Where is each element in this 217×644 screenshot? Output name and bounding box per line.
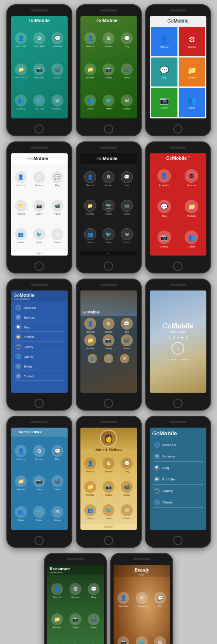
screen-dark: GoMobile ™ 👤 About Us ⚙ Services 💬 Blog: [80, 153, 137, 256]
tile-clients: 👥 Clients: [179, 225, 205, 254]
wedding-footer: amore: [80, 524, 137, 530]
corp-subtitle: Corporate Edition: [14, 298, 65, 300]
phone-row-4: ✚ Medical Office 👤 About Us ⚙ Services 💬…: [6, 416, 211, 548]
home-button[interactable]: [34, 399, 44, 408]
home-button[interactable]: [34, 262, 44, 271]
mail-icon: ✉: [51, 95, 63, 106]
screen-header: GoMobile ™: [80, 16, 137, 24]
list-item-services: ⚙ Services: [14, 313, 64, 322]
phone-red: GoMobile ™ 👤 About Us ⚙ Services 💬 Blog: [145, 141, 211, 273]
beauty-header: Beauty Salon: [114, 565, 170, 577]
medical-title: Medical Office: [19, 430, 42, 434]
list-item-services: ⚙ Services: [153, 451, 203, 462]
medical-cross-icon: ✚: [14, 429, 17, 435]
camera-icon: 📷: [33, 63, 45, 75]
app-logo: GoMobile ™: [97, 156, 121, 161]
icon-grid: 👤 ABOUT US ⚙ FEATURES 💬 JOURNAL 📁 PORTFO…: [11, 24, 68, 118]
photo-header: GoMobile: [80, 290, 137, 316]
speaker: [133, 558, 150, 560]
gear-icon: ⚙: [33, 32, 45, 44]
icon-cell-aboutus: 👤 ABOUT US: [13, 26, 29, 55]
restaurant-logo: Restaurant: [50, 566, 101, 571]
tile-blog: 💬 Blog: [151, 58, 177, 87]
wedding-header: 👩 John & Melissa: [80, 428, 137, 453]
icon-label-contact: CONTACT: [52, 107, 63, 110]
folder-icon: 📁: [15, 63, 27, 75]
icon-cell-aboutus: 👤 About Us: [82, 26, 99, 55]
splash-arrow-button[interactable]: ›: [171, 342, 184, 355]
tile-gallery: 📷 Gallery: [151, 225, 177, 254]
phone-row-3: GoMobile Corporate Edition 👤 About Us ⚙ …: [6, 279, 211, 411]
icon-cell-gallery: 📷 GALLERY: [31, 57, 48, 86]
screen-white: GoMobile ™ 👤 About Us ⚙ Services 💬 Blog: [11, 153, 68, 256]
splash-logo: GoMobile splash page: [163, 322, 193, 333]
screen-header: GoMobile ™: [80, 153, 137, 164]
icon-label-features: FEATURES: [34, 45, 45, 48]
medical-icon-grid: 👤 About Us ⚙ Services 💬 Blog 📁 Portfolio…: [11, 437, 68, 530]
beauty-subtitle: Salon: [116, 573, 168, 576]
icon-cell-portfolio: 📁 Portfolio: [82, 57, 99, 86]
home-button[interactable]: [104, 536, 113, 545]
list-item-gallery: 📷 Gallery: [153, 486, 203, 496]
list-item-aboutus: 👤 About Us: [14, 303, 64, 312]
tile-services: ⚙ Services: [179, 27, 205, 56]
screen-beauty: Beauty Salon 👤 About Us ⚙ Services 💬 Blo…: [114, 565, 170, 644]
splash-dots: [168, 336, 188, 339]
app-logo: GoMobile: [14, 293, 65, 298]
icon-cell-twitter: 🐦 TWITTER: [31, 87, 48, 117]
group-icon: 👥: [15, 95, 27, 106]
speaker: [100, 284, 117, 286]
screen-header: GoMobile: [150, 16, 206, 26]
list-menu: 👤 About Us ⚙ Services 💬 Blog 📁 Portfolio…: [11, 302, 68, 393]
icon-cell-gallery: 📷 Gallery: [100, 57, 117, 86]
restaurant-grid: 👤 About Us ⚙ Services 💬 Blog 📁 Portfolio…: [47, 575, 104, 644]
screen-gomobile-teal: GoMobile 👤 About Us ⚙ Services 💬 Blog 📁: [150, 428, 206, 530]
twitter-icon: 🐦: [33, 95, 45, 106]
speaker: [31, 421, 48, 423]
beauty-logo: Beauty: [116, 567, 168, 573]
list-item-contact: ✉ Contact: [14, 372, 64, 381]
phone-beauty: Beauty Salon 👤 About Us ⚙ Services 💬 Blo…: [110, 553, 173, 644]
wedding-names: John & Melissa: [94, 448, 123, 452]
app-logo: GoMobile ™: [27, 156, 51, 161]
home-button[interactable]: [104, 124, 113, 134]
icon-cell-services: ⚙ Services: [100, 26, 117, 55]
phone-medical: ✚ Medical Office 👤 About Us ⚙ Services 💬…: [6, 416, 72, 548]
icon-cell-videos: 📹 Videos: [119, 57, 135, 86]
dots-indicator: [11, 251, 68, 256]
speaker: [100, 9, 117, 12]
icon-label-gallery: GALLERY: [34, 76, 44, 79]
phone-photo: GoMobile 👤 About Us ⚙ Services 💬 Blog: [76, 279, 142, 411]
home-button[interactable]: [34, 536, 44, 545]
screen-header: GoMobile ™: [150, 153, 206, 161]
home-button[interactable]: [104, 262, 113, 271]
home-button[interactable]: [173, 262, 183, 271]
tile-portfolio: 📁 Portfolio: [179, 194, 205, 223]
splash-subtitle: splash page: [163, 330, 193, 333]
speaker: [169, 147, 186, 149]
app-logo: GoMobile ™: [166, 155, 190, 161]
home-button[interactable]: [173, 536, 183, 545]
phone-gomobile-teal: GoMobile 👤 About Us ⚙ Services 💬 Blog 📁: [145, 416, 211, 548]
tile-clients: 👥 Clients: [179, 88, 205, 117]
icon-cell-features: ⚙ FEATURES: [31, 26, 48, 55]
home-button[interactable]: [104, 399, 113, 408]
video-icon: 📹: [51, 63, 63, 75]
home-button[interactable]: [173, 399, 183, 408]
wedding-grid: 👤 About Us ⚙ Services 💬 Blog 📁 Portfolio…: [80, 453, 137, 524]
medical-header: ✚ Medical Office: [11, 428, 68, 437]
red-grid: 👤 About Us ⚙ Services 💬 Blog 📁 Portfolio…: [150, 161, 206, 256]
icon-cell-blog: 💬 Blog: [119, 26, 135, 55]
splash-hint: just slide to navigate: [166, 358, 189, 361]
icon-cell-journal: 💬 JOURNAL: [49, 26, 66, 55]
phone-splash: GoMobile splash page › just slide to nav…: [145, 279, 211, 411]
list-item-blog: 💬 Blog: [153, 463, 203, 473]
speaker: [31, 147, 48, 149]
phone-teal: GoMobile 👤 ABOUT US ⚙ FEATURES 💬 JOURNAL…: [6, 4, 72, 136]
home-button[interactable]: [173, 124, 183, 134]
list-item-gallery: 📷 Gallery: [14, 342, 64, 351]
icon-grid: 👤 About Us ⚙ Services 💬 Blog 📁 Portfolio…: [80, 24, 137, 118]
home-button[interactable]: [34, 124, 44, 134]
tile-gallery: 📷 Gallery: [151, 88, 177, 117]
phone-nature: GoMobile ™ 👤 About Us ⚙ Services 💬 Blog: [76, 4, 142, 136]
